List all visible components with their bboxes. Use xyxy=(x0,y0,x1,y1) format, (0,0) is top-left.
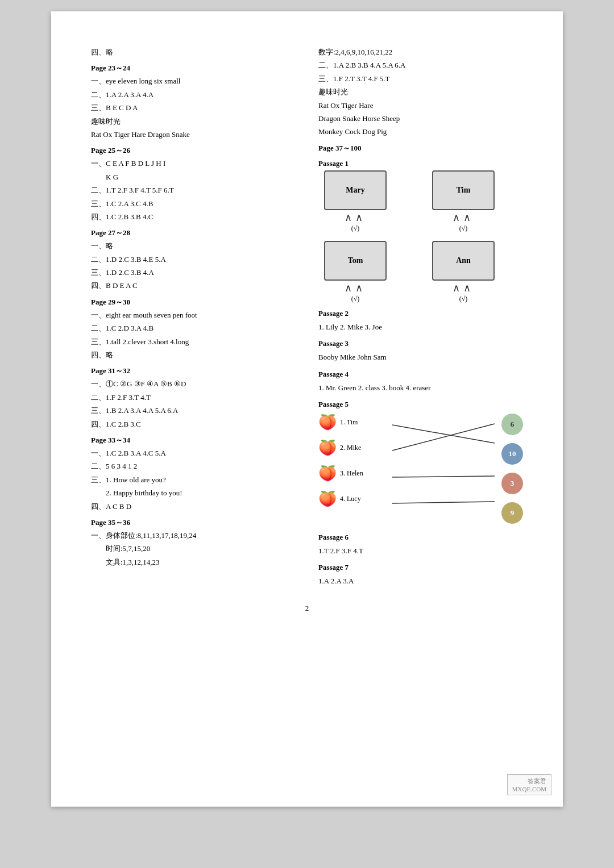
passage4-title: Passage 4 xyxy=(318,370,523,379)
mary-label: Mary xyxy=(346,186,364,195)
page29-30-title: Page 29～30 xyxy=(91,297,296,307)
ann-box: Ann xyxy=(432,241,495,281)
page23-24-title: Page 23～24 xyxy=(91,63,296,73)
page-number: 2 xyxy=(91,604,523,613)
p33-line4: 2. Happy birthday to you! xyxy=(91,486,296,499)
watermark: 答案君 MXQE.COM xyxy=(507,774,551,795)
passage5-title: Passage 5 xyxy=(318,400,523,409)
p23-line3: 三、B E C D A xyxy=(91,101,296,114)
p33-line5: 四、A C B D xyxy=(91,500,296,513)
page33-34-section: Page 33～34 一、1.C 2.B 3.A 4.C 5.A 二、5 6 3… xyxy=(91,435,296,513)
matching-lines-svg xyxy=(318,414,523,527)
page27-28-title: Page 27～28 xyxy=(91,228,296,238)
passage1-grid: Mary ∧∧ (√) Tim ∧∧ (√) xyxy=(318,170,523,303)
tom-legs: ∧∧ xyxy=(345,282,366,294)
ann-label: Ann xyxy=(456,256,471,265)
tom-box: Tom xyxy=(324,241,387,281)
passage5-right: 6 10 3 9 xyxy=(501,414,523,524)
num-circle-9: 9 xyxy=(501,502,523,524)
char-mary: Mary ∧∧ (√) xyxy=(318,170,392,233)
tom-label: Tom xyxy=(348,256,363,265)
p25-line1: 一、C E A F B D L J H I xyxy=(91,157,296,170)
p29-line2: 二、1.C 2.D 3.A 4.B xyxy=(91,322,296,335)
page25-26-section: Page 25～26 一、C E A F B D L J H I K G 二、1… xyxy=(91,145,296,223)
page31-32-section: Page 31～32 一、①C ②G ③F ④A ⑤B ⑥D 二、1.F 2.F… xyxy=(91,366,296,431)
tim-legs: ∧∧ xyxy=(453,211,474,224)
p31-line4: 四、1.C 2.B 3.C xyxy=(91,418,296,431)
num-circle-6: 6 xyxy=(501,414,523,435)
num-circle-10: 10 xyxy=(501,443,523,465)
two-column-layout: 四、略 Page 23～24 一、eye eleven long six sma… xyxy=(91,45,523,592)
p31-line2: 二、1.F 2.F 3.T 4.T xyxy=(91,391,296,404)
ann-check: (√) xyxy=(459,295,468,303)
passage4-content: 1. Mr. Green 2. class 3. book 4. eraser xyxy=(318,381,523,394)
p23-line2: 二、1.A 2.A 3.A 4.A xyxy=(91,88,296,101)
ann-legs: ∧∧ xyxy=(453,282,474,294)
tim-label: Tim xyxy=(457,186,471,195)
watermark-line1: 答案君 xyxy=(512,777,546,786)
page23-24-section: Page 23～24 一、eye eleven long six small 二… xyxy=(91,63,296,141)
right-top-section: 数字:2,4,6,9,10,16,21,22 二、1.A 2.B 3.B 4.A… xyxy=(318,45,523,139)
r-line5: Rat Ox Tiger Hare xyxy=(318,99,523,112)
page27-28-section: Page 27～28 一、略 二、1.D 2.C 3.B 4.E 5.A 三、1… xyxy=(91,228,296,293)
p23-line5: Rat Ox Tiger Hare Dragon Snake xyxy=(91,128,296,141)
passage3-title: Passage 3 xyxy=(318,339,523,348)
r-line1: 数字:2,4,6,9,10,16,21,22 xyxy=(318,45,523,59)
char-ann: Ann ∧∧ (√) xyxy=(426,241,500,303)
passage2-content: 1. Lily 2. Mike 3. Joe xyxy=(318,320,523,333)
page25-26-title: Page 25～26 xyxy=(91,145,296,156)
passage7-content: 1.A 2.A 3.A xyxy=(318,574,523,587)
p31-line3: 三、1.B 2.A 3.A 4.A 5.A 6.A xyxy=(91,404,296,417)
p27-line1: 一、略 xyxy=(91,239,296,252)
p23-line1: 一、eye eleven long six small xyxy=(91,74,296,87)
p27-line3: 三、1.D 2.C 3.B 4.A xyxy=(91,266,296,279)
page35-36-title: Page 35～36 xyxy=(91,518,296,528)
page: 四、略 Page 23～24 一、eye eleven long six sma… xyxy=(51,11,563,807)
page35-36-section: Page 35～36 一、身体部位:8,11,13,17,18,19,24 时间… xyxy=(91,518,296,569)
char-tim: Tim ∧∧ (√) xyxy=(426,170,500,233)
passage6-content: 1.T 2.F 3.F 4.T xyxy=(318,544,523,557)
p25-line2: K G xyxy=(91,170,296,183)
page29-30-section: Page 29～30 一、eight ear mouth seven pen f… xyxy=(91,297,296,362)
mary-legs: ∧∧ xyxy=(345,211,366,224)
tom-check: (√) xyxy=(351,295,360,303)
p23-line4: 趣味时光 xyxy=(91,115,296,128)
mary-check: (√) xyxy=(351,224,360,233)
page33-34-title: Page 33～34 xyxy=(91,435,296,445)
tim-check: (√) xyxy=(459,224,468,233)
r-line4: 趣味时光 xyxy=(318,85,523,98)
p35-line3: 文具:1,3,12,14,23 xyxy=(91,556,296,569)
passage2-title: Passage 2 xyxy=(318,309,523,318)
si-lue-text: 四、略 xyxy=(91,48,113,56)
page37-100-section: Page 37～100 Passage 1 Mary ∧∧ (√) xyxy=(318,143,523,588)
p33-line3: 三、1. How old are you? xyxy=(91,473,296,486)
p35-line1: 一、身体部位:8,11,13,17,18,19,24 xyxy=(91,529,296,542)
p29-line3: 三、1.tall 2.clever 3.short 4.long xyxy=(91,335,296,348)
r-line7: Monkey Cock Dog Pig xyxy=(318,125,523,138)
page37-100-title: Page 37～100 xyxy=(318,143,523,153)
r-line6: Dragon Snake Horse Sheep xyxy=(318,112,523,125)
char-tom: Tom ∧∧ (√) xyxy=(318,241,392,303)
p25-line3: 二、1.T 2.F 3.F 4.T 5.F 6.T xyxy=(91,183,296,197)
svg-line-3 xyxy=(392,502,495,503)
p33-line2: 二、5 6 3 4 1 2 xyxy=(91,460,296,473)
passage6-title: Passage 6 xyxy=(318,533,523,542)
p33-line1: 一、1.C 2.B 3.A 4.C 5.A xyxy=(91,446,296,460)
p29-line4: 四、略 xyxy=(91,348,296,361)
p29-line1: 一、eight ear mouth seven pen foot xyxy=(91,308,296,322)
p35-line2: 时间:5,7,15,20 xyxy=(91,542,296,555)
mary-box: Mary xyxy=(324,170,387,210)
page31-32-title: Page 31～32 xyxy=(91,366,296,376)
p27-line4: 四、B D E A C xyxy=(91,279,296,292)
passage5-matching: 🍑 1. Tim 🍑 2. Mike 🍑 3. Helen 🍑 xyxy=(318,414,523,527)
left-column: 四、略 Page 23～24 一、eye eleven long six sma… xyxy=(91,45,296,592)
right-column: 数字:2,4,6,9,10,16,21,22 二、1.A 2.B 3.B 4.A… xyxy=(318,45,523,592)
si-lue: 四、略 xyxy=(91,45,296,59)
svg-line-2 xyxy=(392,476,495,477)
watermark-box: 答案君 MXQE.COM xyxy=(507,774,551,795)
p25-line5: 四、1.C 2.B 3.B 4.C xyxy=(91,210,296,223)
passage3-content: Booby Mike John Sam xyxy=(318,350,523,364)
p31-line1: 一、①C ②G ③F ④A ⑤B ⑥D xyxy=(91,377,296,390)
watermark-line2: MXQE.COM xyxy=(512,786,546,792)
passage7-title: Passage 7 xyxy=(318,563,523,572)
